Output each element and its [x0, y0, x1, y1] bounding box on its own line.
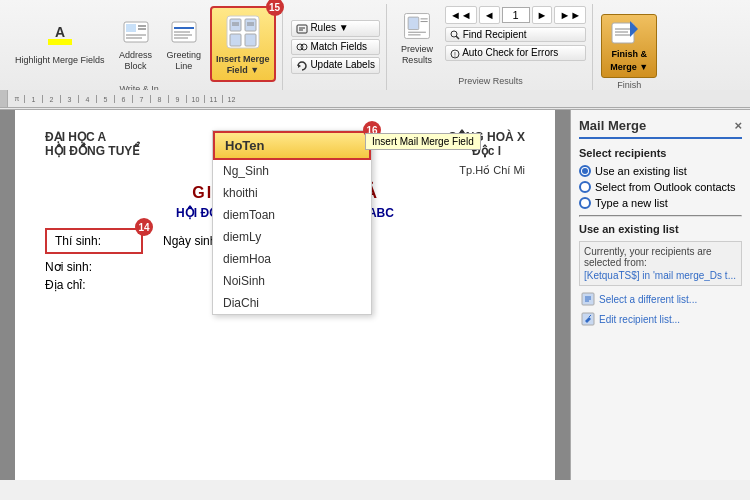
small-buttons: Rules ▼ Match Fields Update Labels [291, 20, 380, 73]
dropdown-tooltip: Insert Mail Merge Field [365, 133, 481, 150]
svg-point-27 [301, 44, 307, 50]
group-write-insert: A Highlight Merge Fields [4, 4, 283, 90]
preview-icon [401, 10, 433, 42]
select-recipients-section: Select recipients [579, 147, 742, 159]
left-header-line2: HỘI ĐỒNG TUYỂ [45, 144, 140, 158]
preview-group-label: Preview Results [456, 74, 525, 88]
existing-list-info: Currently, your recipients are selected … [579, 241, 742, 286]
thi-sinh-label: Thí sinh: [55, 234, 101, 248]
find-recipient-button[interactable]: Find Recipient [445, 27, 586, 42]
edit-recipients-label: Edit recipient list... [599, 314, 680, 325]
thi-sinh-field: Thí sinh: 14 [45, 228, 143, 254]
badge-15: 15 [266, 0, 284, 16]
svg-marker-28 [298, 64, 301, 68]
select-different-label: Select a different list... [599, 294, 697, 305]
radio-dot-new-list [579, 197, 591, 209]
dropdown-item-khoithi[interactable]: khoithi [213, 182, 371, 204]
group-finish: Finish &Merge ▼ Finish [595, 4, 663, 90]
ruler: π 1 2 3 4 5 6 7 8 9 10 11 12 [0, 90, 750, 108]
svg-text:!: ! [454, 51, 456, 58]
svg-rect-30 [408, 17, 419, 29]
panel-title-text: Mail Merge [579, 118, 646, 133]
thi-sinh-box: Thí sinh: [45, 228, 143, 254]
dropdown-item-noisinh[interactable]: NoiSinh [213, 270, 371, 292]
preview-nav-area: ◄◄ ◄ ► ►► Find Recipient ! Auto Check fo… [445, 6, 586, 61]
left-header-line1: ĐẠI HỌC A [45, 130, 140, 144]
radio-label-new-list: Type a new list [595, 197, 668, 209]
svg-rect-4 [126, 24, 136, 32]
finish-merge-button[interactable]: Finish &Merge ▼ [601, 14, 657, 78]
preview-content: PreviewResults ◄◄ ◄ ► ►► Find Recipient [395, 6, 586, 70]
source-label: [KetquaTS$] in 'mail merge_Ds t... [584, 270, 737, 281]
dropdown-item-diemtoan[interactable]: diemToan [213, 204, 371, 226]
match-fields-button[interactable]: Match Fields [291, 39, 380, 55]
radio-dot-outlook [579, 181, 591, 193]
ribbon: A Highlight Merge Fields [0, 0, 750, 110]
existing-text: Currently, your recipients are selected … [584, 246, 737, 268]
svg-rect-18 [245, 34, 256, 46]
ruler-marks: π 1 2 3 4 5 6 7 8 9 10 11 12 [8, 95, 750, 103]
dropdown-item-ng-sinh[interactable]: Ng_Sinh [213, 160, 371, 182]
dia-chi-label: Địa chỉ: [45, 278, 86, 292]
highlight-merge-fields-button[interactable]: A Highlight Merge Fields [10, 17, 110, 70]
dropdown-item-diemly[interactable]: diemLy [213, 226, 371, 248]
document-area: ĐẠI HỌC A HỘI ĐỒNG TUYỂ CỘNG HOÀ X Độc l… [0, 110, 750, 480]
merge-field-icon [223, 12, 263, 52]
dropdown-header-row: HoTen 16 Insert Mail Merge Field [213, 131, 371, 160]
svg-text:A: A [55, 24, 65, 40]
merge-field-dropdown: HoTen 16 Insert Mail Merge Field Ng_Sinh… [212, 130, 372, 315]
record-number-input[interactable] [502, 7, 530, 23]
group-items: A Highlight Merge Fields [10, 6, 276, 82]
group-preview: PreviewResults ◄◄ ◄ ► ►► Find Recipient [389, 4, 593, 90]
ruler-mark: π [10, 95, 24, 102]
radio-use-existing[interactable]: Use an existing list [579, 165, 742, 177]
rules-button[interactable]: Rules ▼ [291, 20, 380, 36]
left-header: ĐẠI HỌC A HỘI ĐỒNG TUYỂ [45, 130, 140, 158]
mail-merge-panel: Mail Merge × Select recipients Use an ex… [570, 110, 750, 480]
ruler-scale: 1 2 3 4 5 6 7 8 9 10 11 12 [24, 95, 748, 103]
ribbon-toolbar: A Highlight Merge Fields [0, 0, 750, 90]
badge-14: 14 [135, 218, 153, 236]
panel-title-row: Mail Merge × [579, 118, 742, 139]
noi-sinh-label: Nơi sinh: [45, 260, 92, 274]
next-record-button[interactable]: ► [532, 6, 553, 24]
edit-recipient-list-button[interactable]: Edit recipient list... [579, 310, 742, 328]
auto-check-errors-button[interactable]: ! Auto Check for Errors [445, 45, 586, 60]
insert-merge-field-button[interactable]: Insert MergeField ▼ [210, 6, 276, 82]
radio-dot-existing [579, 165, 591, 177]
radio-label-outlook: Select from Outlook contacts [595, 181, 736, 193]
panel-close-button[interactable]: × [734, 118, 742, 133]
dropdown-item-diemhoa[interactable]: diemHoa [213, 248, 371, 270]
address-icon [120, 16, 152, 48]
radio-label-existing: Use an existing list [595, 165, 687, 177]
first-record-button[interactable]: ◄◄ [445, 6, 477, 24]
greeting-line-button[interactable]: GreetingLine [162, 12, 207, 76]
svg-line-36 [456, 36, 459, 39]
dropdown-header-item[interactable]: HoTen [213, 131, 371, 160]
greeting-icon [168, 16, 200, 48]
radio-new-list[interactable]: Type a new list [579, 197, 742, 209]
svg-rect-17 [230, 34, 241, 46]
dropdown-item-diachi[interactable]: DiaChi [213, 292, 371, 314]
address-block-button[interactable]: AddressBlock [114, 12, 158, 76]
group-rules: Rules ▼ Match Fields Update Labels [285, 4, 387, 90]
preview-results-button[interactable]: PreviewResults [395, 6, 439, 70]
panel-divider [579, 215, 742, 217]
svg-rect-23 [297, 25, 307, 33]
select-different-list-button[interactable]: Select a different list... [579, 290, 742, 308]
radio-outlook[interactable]: Select from Outlook contacts [579, 181, 742, 193]
update-labels-button[interactable]: Update Labels [291, 57, 380, 73]
highlight-icon: A [44, 21, 76, 53]
prev-record-button[interactable]: ◄ [479, 6, 500, 24]
navigation-arrows: ◄◄ ◄ ► ►► [445, 6, 586, 24]
use-existing-section: Use an existing list [579, 223, 742, 235]
last-record-button[interactable]: ►► [554, 6, 586, 24]
